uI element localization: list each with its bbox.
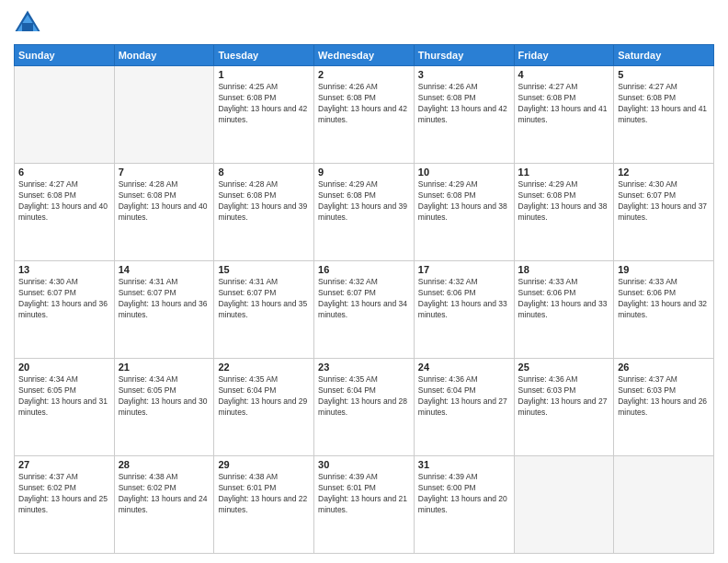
day-number: 29 — [218, 459, 310, 470]
day-number: 14 — [119, 264, 210, 275]
day-number: 15 — [218, 264, 310, 275]
day-number: 10 — [418, 167, 510, 178]
day-info: Sunrise: 4:31 AM Sunset: 6:07 PM Dayligh… — [218, 277, 310, 321]
day-number: 13 — [18, 264, 110, 275]
week-row-5: 27 Sunrise: 4:37 AM Sunset: 6:02 PM Dayl… — [15, 456, 714, 554]
day-number: 9 — [318, 167, 410, 178]
calendar-cell: 3 Sunrise: 4:26 AM Sunset: 6:08 PM Dayli… — [414, 66, 514, 164]
weekday-header-wednesday: Wednesday — [314, 45, 415, 66]
day-number: 5 — [618, 69, 710, 80]
day-info: Sunrise: 4:35 AM Sunset: 6:04 PM Dayligh… — [318, 374, 410, 419]
day-info: Sunrise: 4:32 AM Sunset: 6:07 PM Dayligh… — [318, 277, 410, 321]
day-info: Sunrise: 4:36 AM Sunset: 6:03 PM Dayligh… — [518, 374, 610, 419]
week-row-2: 6 Sunrise: 4:27 AM Sunset: 6:08 PM Dayli… — [15, 164, 714, 261]
calendar-cell: 4 Sunrise: 4:27 AM Sunset: 6:08 PM Dayli… — [514, 66, 614, 164]
calendar-cell: 14 Sunrise: 4:31 AM Sunset: 6:07 PM Dayl… — [114, 261, 214, 359]
day-info: Sunrise: 4:29 AM Sunset: 6:08 PM Dayligh… — [318, 179, 410, 224]
day-number: 12 — [618, 167, 710, 178]
day-number: 24 — [418, 362, 510, 373]
day-info: Sunrise: 4:27 AM Sunset: 6:08 PM Dayligh… — [18, 179, 110, 224]
calendar-table: SundayMondayTuesdayWednesdayThursdayFrid… — [14, 44, 714, 554]
day-info: Sunrise: 4:38 AM Sunset: 6:02 PM Dayligh… — [119, 472, 210, 516]
calendar-cell: 27 Sunrise: 4:37 AM Sunset: 6:02 PM Dayl… — [15, 456, 115, 554]
day-info: Sunrise: 4:34 AM Sunset: 6:05 PM Dayligh… — [119, 374, 210, 419]
day-info: Sunrise: 4:32 AM Sunset: 6:06 PM Dayligh… — [418, 277, 510, 321]
day-info: Sunrise: 4:27 AM Sunset: 6:08 PM Dayligh… — [518, 82, 610, 126]
header — [14, 9, 714, 37]
calendar-cell: 6 Sunrise: 4:27 AM Sunset: 6:08 PM Dayli… — [15, 164, 115, 261]
weekday-header-thursday: Thursday — [414, 45, 514, 66]
logo — [14, 9, 45, 37]
calendar-cell: 16 Sunrise: 4:32 AM Sunset: 6:07 PM Dayl… — [314, 261, 415, 359]
day-number: 22 — [218, 362, 310, 373]
calendar-cell: 10 Sunrise: 4:29 AM Sunset: 6:08 PM Dayl… — [414, 164, 514, 261]
page: SundayMondayTuesdayWednesdayThursdayFrid… — [0, 0, 728, 563]
calendar-cell: 30 Sunrise: 4:39 AM Sunset: 6:01 PM Dayl… — [314, 456, 415, 554]
day-info: Sunrise: 4:27 AM Sunset: 6:08 PM Dayligh… — [618, 82, 710, 126]
day-info: Sunrise: 4:26 AM Sunset: 6:08 PM Dayligh… — [418, 82, 510, 126]
calendar-cell: 5 Sunrise: 4:27 AM Sunset: 6:08 PM Dayli… — [614, 66, 714, 164]
calendar-cell: 8 Sunrise: 4:28 AM Sunset: 6:08 PM Dayli… — [214, 164, 314, 261]
day-info: Sunrise: 4:33 AM Sunset: 6:06 PM Dayligh… — [618, 277, 710, 321]
calendar-cell: 13 Sunrise: 4:30 AM Sunset: 6:07 PM Dayl… — [15, 261, 115, 359]
day-number: 25 — [518, 362, 610, 373]
day-number: 27 — [18, 459, 110, 470]
week-row-1: 1 Sunrise: 4:25 AM Sunset: 6:08 PM Dayli… — [15, 66, 714, 164]
day-info: Sunrise: 4:37 AM Sunset: 6:03 PM Dayligh… — [618, 374, 710, 419]
calendar-cell: 15 Sunrise: 4:31 AM Sunset: 6:07 PM Dayl… — [214, 261, 314, 359]
day-info: Sunrise: 4:26 AM Sunset: 6:08 PM Dayligh… — [318, 82, 410, 126]
day-number: 3 — [418, 69, 510, 80]
svg-rect-2 — [22, 23, 33, 31]
weekday-header-row: SundayMondayTuesdayWednesdayThursdayFrid… — [15, 45, 714, 66]
day-number: 31 — [418, 459, 510, 470]
day-info: Sunrise: 4:33 AM Sunset: 6:06 PM Dayligh… — [518, 277, 610, 321]
day-number: 19 — [618, 264, 710, 275]
calendar-cell: 26 Sunrise: 4:37 AM Sunset: 6:03 PM Dayl… — [614, 359, 714, 456]
weekday-header-friday: Friday — [514, 45, 614, 66]
calendar-cell: 17 Sunrise: 4:32 AM Sunset: 6:06 PM Dayl… — [414, 261, 514, 359]
day-info: Sunrise: 4:25 AM Sunset: 6:08 PM Dayligh… — [218, 82, 310, 126]
weekday-header-tuesday: Tuesday — [214, 45, 314, 66]
day-number: 11 — [518, 167, 610, 178]
calendar-cell: 29 Sunrise: 4:38 AM Sunset: 6:01 PM Dayl… — [214, 456, 314, 554]
day-number: 28 — [119, 459, 210, 470]
calendar-cell — [114, 66, 214, 164]
day-info: Sunrise: 4:34 AM Sunset: 6:05 PM Dayligh… — [18, 374, 110, 419]
day-info: Sunrise: 4:37 AM Sunset: 6:02 PM Dayligh… — [18, 472, 110, 516]
calendar-cell: 22 Sunrise: 4:35 AM Sunset: 6:04 PM Dayl… — [214, 359, 314, 456]
day-info: Sunrise: 4:35 AM Sunset: 6:04 PM Dayligh… — [218, 374, 310, 419]
day-number: 2 — [318, 69, 410, 80]
day-info: Sunrise: 4:30 AM Sunset: 6:07 PM Dayligh… — [18, 277, 110, 321]
calendar-cell — [614, 456, 714, 554]
logo-icon — [14, 9, 41, 37]
day-info: Sunrise: 4:28 AM Sunset: 6:08 PM Dayligh… — [119, 179, 210, 224]
day-number: 21 — [119, 362, 210, 373]
calendar-cell — [15, 66, 115, 164]
calendar-cell: 11 Sunrise: 4:29 AM Sunset: 6:08 PM Dayl… — [514, 164, 614, 261]
day-info: Sunrise: 4:28 AM Sunset: 6:08 PM Dayligh… — [218, 179, 310, 224]
day-info: Sunrise: 4:39 AM Sunset: 6:00 PM Dayligh… — [418, 472, 510, 516]
day-number: 6 — [18, 167, 110, 178]
calendar-cell: 31 Sunrise: 4:39 AM Sunset: 6:00 PM Dayl… — [414, 456, 514, 554]
calendar-cell: 21 Sunrise: 4:34 AM Sunset: 6:05 PM Dayl… — [114, 359, 214, 456]
day-number: 17 — [418, 264, 510, 275]
calendar-cell: 23 Sunrise: 4:35 AM Sunset: 6:04 PM Dayl… — [314, 359, 415, 456]
day-info: Sunrise: 4:29 AM Sunset: 6:08 PM Dayligh… — [518, 179, 610, 224]
day-info: Sunrise: 4:29 AM Sunset: 6:08 PM Dayligh… — [418, 179, 510, 224]
day-info: Sunrise: 4:39 AM Sunset: 6:01 PM Dayligh… — [318, 472, 410, 516]
calendar-cell: 9 Sunrise: 4:29 AM Sunset: 6:08 PM Dayli… — [314, 164, 415, 261]
day-number: 30 — [318, 459, 410, 470]
day-number: 4 — [518, 69, 610, 80]
calendar-cell: 7 Sunrise: 4:28 AM Sunset: 6:08 PM Dayli… — [114, 164, 214, 261]
day-number: 26 — [618, 362, 710, 373]
day-info: Sunrise: 4:30 AM Sunset: 6:07 PM Dayligh… — [618, 179, 710, 224]
day-number: 7 — [119, 167, 210, 178]
weekday-header-saturday: Saturday — [614, 45, 714, 66]
weekday-header-monday: Monday — [114, 45, 214, 66]
day-info: Sunrise: 4:36 AM Sunset: 6:04 PM Dayligh… — [418, 374, 510, 419]
calendar-cell: 12 Sunrise: 4:30 AM Sunset: 6:07 PM Dayl… — [614, 164, 714, 261]
calendar-cell: 2 Sunrise: 4:26 AM Sunset: 6:08 PM Dayli… — [314, 66, 415, 164]
calendar-cell: 1 Sunrise: 4:25 AM Sunset: 6:08 PM Dayli… — [214, 66, 314, 164]
calendar-cell: 25 Sunrise: 4:36 AM Sunset: 6:03 PM Dayl… — [514, 359, 614, 456]
weekday-header-sunday: Sunday — [15, 45, 115, 66]
